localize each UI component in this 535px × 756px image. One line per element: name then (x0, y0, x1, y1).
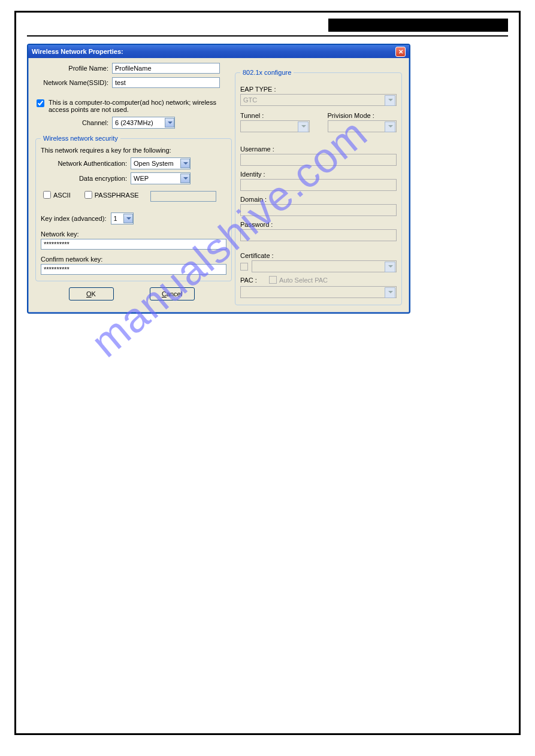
password-input (240, 229, 397, 241)
dialog-wireless-properties: Wireless Network Properties: ✕ Profile N… (27, 44, 410, 314)
domain-label: Domain : (240, 196, 397, 203)
passphrase-label: PASSPHRASE (95, 192, 139, 199)
header-black-bar (328, 19, 508, 32)
titlebar[interactable]: Wireless Network Properties: ✕ (28, 45, 409, 58)
chevron-down-icon (165, 118, 174, 127)
certificate-checkbox (240, 263, 248, 271)
privmode-label: Privision Mode : (328, 112, 397, 119)
profile-name-input[interactable] (112, 63, 220, 74)
security-legend: Wireless network security (41, 135, 120, 142)
certificate-select (252, 260, 397, 272)
passphrase-checkbox-wrap[interactable]: PASSPHRASE (82, 189, 139, 201)
certificate-label: Certificate : (240, 252, 397, 259)
pac-select (240, 286, 397, 298)
profile-name-label: Profile Name: (34, 65, 112, 72)
ssid-input[interactable] (112, 77, 220, 88)
ascii-checkbox[interactable] (43, 191, 51, 199)
enc-select[interactable]: WEP (131, 172, 191, 184)
auth-select[interactable]: Open System (131, 157, 191, 169)
password-label: Password : (240, 221, 397, 228)
identity-input (240, 179, 397, 191)
username-label: Username : (240, 145, 397, 153)
ascii-checkbox-wrap[interactable]: ASCII (41, 189, 71, 201)
keyindex-label: Key index (advanced): (41, 215, 106, 222)
8021x-legend: 802.1x configure (240, 69, 294, 76)
identity-label: Identity : (240, 171, 397, 178)
passphrase-checkbox[interactable] (84, 191, 92, 199)
confirm-input[interactable] (41, 264, 226, 275)
ascii-label: ASCII (53, 192, 71, 199)
username-input (240, 154, 397, 166)
chevron-down-icon (123, 214, 133, 223)
close-icon[interactable]: ✕ (395, 47, 406, 57)
privmode-select (328, 120, 397, 132)
passphrase-input (150, 191, 216, 202)
pac-label: PAC : (240, 277, 257, 284)
keyindex-select[interactable]: 1 (111, 212, 134, 224)
header-rule (27, 35, 508, 37)
chevron-down-icon (180, 159, 190, 168)
netkey-label: Network key: (41, 230, 226, 238)
channel-value: 6 (2437MHz) (115, 119, 162, 126)
keyindex-value: 1 (114, 215, 121, 222)
channel-select[interactable]: 6 (2437MHz) (112, 117, 175, 129)
enc-label: Data encryption: (41, 175, 131, 182)
eap-label: EAP TYPE : (240, 86, 397, 93)
confirm-label: Confirm network key: (41, 256, 226, 263)
chevron-down-icon (180, 174, 190, 183)
ok-button[interactable]: OK (69, 287, 114, 300)
eap-value: GTC (243, 96, 257, 104)
window-title: Wireless Network Properties: (32, 48, 123, 55)
netkey-input[interactable] (41, 239, 226, 250)
tunnel-label: Tunnel : (240, 112, 310, 119)
eap-select: GTC (240, 94, 397, 106)
cancel-button[interactable]: Cancel (150, 287, 195, 300)
auth-label: Network Authentication: (41, 160, 131, 167)
adhoc-checkbox[interactable] (37, 99, 44, 107)
auth-value: Open System (134, 160, 178, 167)
8021x-fieldset: 802.1x configure EAP TYPE : GTC Tunnel :… (235, 69, 402, 305)
channel-label: Channel: (34, 119, 112, 126)
adhoc-label: This is a computer-to-computer(ad hoc) n… (49, 99, 229, 113)
autopac-checkbox (269, 276, 277, 284)
domain-input (240, 204, 397, 216)
security-fieldset: Wireless network security This network r… (35, 135, 232, 281)
ssid-label: Network Name(SSID): (34, 79, 112, 86)
security-desc: This network requires a key for the foll… (41, 147, 226, 154)
enc-value: WEP (134, 175, 178, 182)
autopac-label: Auto Select PAC (279, 277, 328, 284)
tunnel-select (240, 120, 310, 132)
